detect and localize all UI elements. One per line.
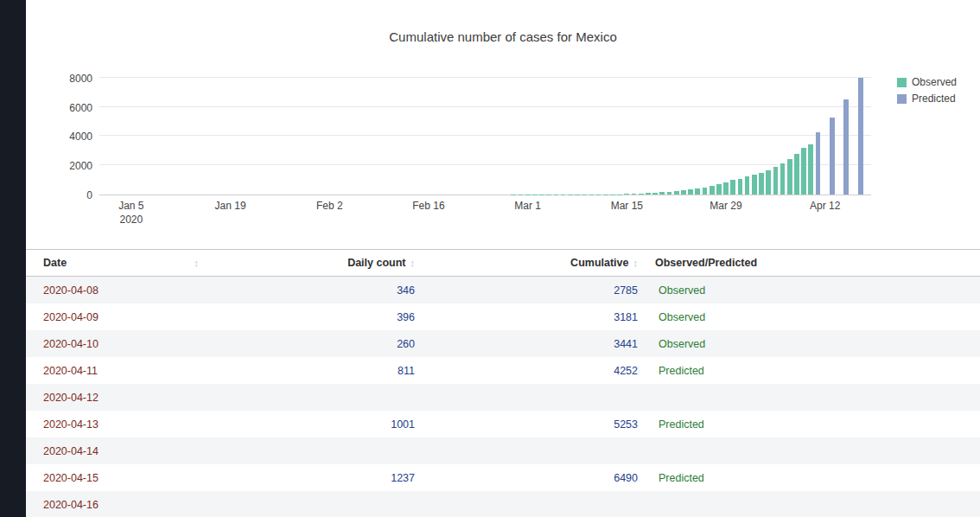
bar-predicted xyxy=(830,118,835,195)
bar-observed xyxy=(589,195,595,195)
bar-observed xyxy=(652,193,658,195)
cell-date[interactable]: 2020-04-08 xyxy=(26,277,207,304)
gridline xyxy=(99,164,871,165)
bar-observed xyxy=(688,189,693,195)
cell-date[interactable]: 2020-04-14 xyxy=(26,437,207,464)
bar-observed xyxy=(525,195,531,195)
table-row: 2020-04-16 xyxy=(26,491,980,517)
main-content: Cumulative number of cases for Mexico 02… xyxy=(26,0,980,517)
bar-observed xyxy=(759,173,764,195)
x-tick-label: Mar 1 xyxy=(514,200,541,212)
cell-date[interactable]: 2020-04-11 xyxy=(26,357,207,384)
table-row: 2020-04-083462785Observed xyxy=(26,277,980,304)
cell-observed-predicted[interactable]: Predicted xyxy=(646,464,980,491)
bar-observed xyxy=(519,195,524,195)
table-row: 2020-04-1512376490Predicted xyxy=(26,464,980,491)
column-header-label: Cumulative xyxy=(570,257,628,269)
bar-observed xyxy=(681,190,686,195)
x-tick-label: Feb 16 xyxy=(412,200,444,212)
chart-title: Cumulative number of cases for Mexico xyxy=(26,29,980,44)
bar-observed xyxy=(667,192,672,195)
legend-item-predicted[interactable]: Predicted xyxy=(897,93,957,105)
bar-observed xyxy=(695,188,700,195)
cell-cumulative[interactable]: 4252 xyxy=(423,357,646,384)
sort-icon[interactable]: ↕ xyxy=(633,258,639,268)
cell-date[interactable]: 2020-04-15 xyxy=(26,464,207,491)
cell-daily-count[interactable]: 346 xyxy=(207,277,423,304)
bar-observed xyxy=(710,186,715,195)
cell-observed-predicted[interactable]: Observed xyxy=(646,277,980,304)
y-tick-label: 6000 xyxy=(69,102,92,114)
cell-observed-predicted[interactable]: Observed xyxy=(646,303,980,330)
column-header-cumulative: Cumulative↕ xyxy=(423,250,646,277)
cell-observed-predicted[interactable] xyxy=(646,384,980,411)
bar-observed xyxy=(716,184,722,195)
bar-observed xyxy=(539,195,544,195)
cell-date[interactable]: 2020-04-12 xyxy=(26,384,207,411)
cell-observed-predicted[interactable]: Predicted xyxy=(646,357,980,384)
cell-observed-predicted[interactable] xyxy=(646,491,980,517)
cell-daily-count[interactable]: 396 xyxy=(207,303,423,330)
cell-daily-count[interactable] xyxy=(207,437,423,464)
cell-daily-count[interactable]: 260 xyxy=(207,330,423,357)
legend: ObservedPredicted xyxy=(897,76,957,105)
cell-cumulative[interactable]: 6490 xyxy=(423,464,646,491)
cell-daily-count[interactable]: 811 xyxy=(207,357,423,384)
bar-observed xyxy=(511,195,516,195)
legend-item-observed[interactable]: Observed xyxy=(897,76,957,88)
cell-date[interactable]: 2020-04-13 xyxy=(26,411,207,437)
bar-observed xyxy=(766,170,771,195)
cell-date[interactable]: 2020-04-10 xyxy=(26,330,207,357)
bar-observed xyxy=(596,195,601,195)
table-row: 2020-04-093963181Observed xyxy=(26,303,980,330)
y-tick-label: 8000 xyxy=(69,73,92,85)
cell-observed-predicted[interactable]: Observed xyxy=(646,330,980,357)
cell-cumulative[interactable] xyxy=(423,384,646,411)
bar-observed xyxy=(801,148,806,195)
x-tick-label: Feb 2 xyxy=(316,200,343,212)
cell-date[interactable]: 2020-04-16 xyxy=(26,491,207,517)
legend-label: Predicted xyxy=(912,93,956,105)
bar-observed xyxy=(723,182,729,195)
cell-daily-count[interactable]: 1237 xyxy=(207,464,423,491)
cell-observed-predicted[interactable]: Predicted xyxy=(646,411,980,437)
sort-icon[interactable]: ↕ xyxy=(410,258,416,268)
legend-label: Observed xyxy=(912,76,957,88)
x-tick-label: Apr 12 xyxy=(810,200,840,212)
cell-cumulative[interactable]: 3181 xyxy=(423,303,646,330)
table-row: 2020-04-118114252Predicted xyxy=(26,357,980,384)
gridline xyxy=(99,106,871,107)
bar-observed xyxy=(624,194,629,195)
bar-predicted xyxy=(858,78,863,195)
cell-daily-count[interactable]: 1001 xyxy=(207,411,423,437)
bar-observed xyxy=(752,175,757,195)
bar-observed xyxy=(659,192,665,195)
cell-daily-count[interactable] xyxy=(207,384,423,411)
cell-cumulative[interactable]: 2785 xyxy=(423,277,646,304)
bar-observed xyxy=(787,159,792,195)
bar-predicted xyxy=(843,99,849,195)
column-header-date: Date↕ xyxy=(26,250,207,277)
bar-observed xyxy=(617,195,622,195)
y-tick-label: 0 xyxy=(86,189,92,201)
sidebar xyxy=(0,0,26,517)
table-row: 2020-04-12 xyxy=(26,384,980,411)
cell-cumulative[interactable]: 5253 xyxy=(423,411,646,437)
legend-swatch xyxy=(897,94,907,104)
x-tick-label: Jan 52020 xyxy=(118,200,143,226)
cell-observed-predicted[interactable] xyxy=(646,437,980,464)
bar-observed xyxy=(610,195,615,195)
x-tick-label: Jan 19 xyxy=(215,200,246,212)
bar-observed xyxy=(575,195,580,195)
y-tick-label: 2000 xyxy=(69,160,92,172)
cell-cumulative[interactable] xyxy=(423,491,646,517)
table-row: 2020-04-14 xyxy=(26,437,980,464)
cell-cumulative[interactable]: 3441 xyxy=(423,330,646,357)
sort-icon[interactable]: ↕ xyxy=(194,258,200,268)
cell-cumulative[interactable] xyxy=(423,437,646,464)
cell-daily-count[interactable] xyxy=(207,491,423,517)
bar-observed xyxy=(738,179,743,195)
table-row: 2020-04-1310015253Predicted xyxy=(26,411,980,437)
cell-date[interactable]: 2020-04-09 xyxy=(26,303,207,330)
x-tick-label: Mar 29 xyxy=(710,200,741,212)
